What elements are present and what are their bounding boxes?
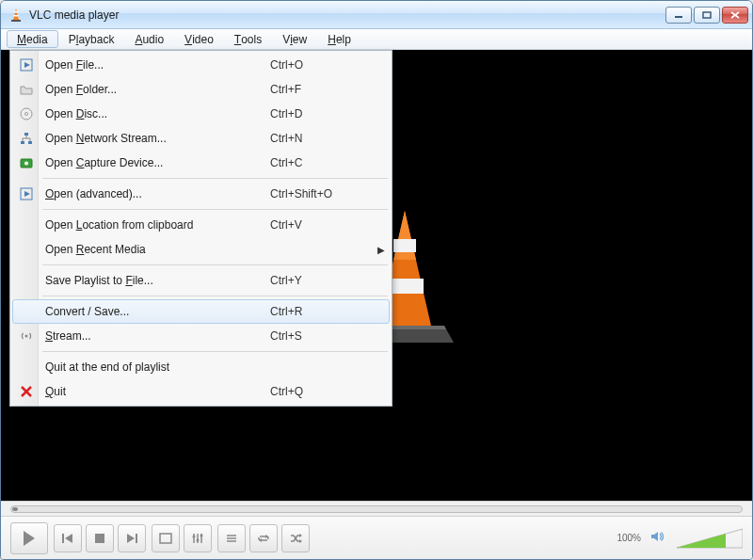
svg-rect-42 bbox=[21, 141, 24, 144]
menu-item-label: Open Disc... bbox=[40, 107, 270, 120]
titlebar: VLC media player bbox=[1, 1, 752, 29]
quit-icon bbox=[13, 386, 40, 397]
submenu-arrow-icon: ▶ bbox=[374, 245, 389, 255]
menu-item-accelerator: Ctrl+Shift+O bbox=[270, 187, 374, 200]
svg-point-52 bbox=[25, 335, 28, 338]
minimize-button[interactable] bbox=[665, 7, 692, 24]
svg-point-24 bbox=[193, 535, 196, 537]
menu-item-accelerator: Ctrl+R bbox=[270, 305, 374, 318]
menu-item-label: Open Capture Device... bbox=[40, 156, 270, 169]
app-cone-icon bbox=[8, 8, 24, 23]
menu-item-open-file[interactable]: Open File...Ctrl+O bbox=[12, 53, 390, 77]
menu-separator bbox=[42, 178, 388, 179]
menu-view[interactable]: View bbox=[272, 30, 317, 48]
menu-item-stream[interactable]: Stream...Ctrl+S bbox=[12, 324, 390, 348]
seek-bar bbox=[1, 501, 752, 516]
next-button[interactable] bbox=[118, 524, 146, 552]
menu-item-convert-save[interactable]: Convert / Save...Ctrl+R bbox=[12, 299, 390, 324]
app-window: VLC media player MediaPlaybackAudioVideo… bbox=[0, 0, 753, 560]
menu-item-open-disc[interactable]: Open Disc...Ctrl+D bbox=[12, 102, 390, 126]
menu-item-label: Open Recent Media bbox=[40, 243, 270, 256]
svg-marker-38 bbox=[24, 62, 30, 68]
menu-item-quit-at-the-end-of-playlist[interactable]: Quit at the end of playlist bbox=[12, 355, 390, 379]
menu-item-open-location-from-clipboard[interactable]: Open Location from clipboardCtrl+V bbox=[12, 213, 390, 237]
folder-icon bbox=[13, 84, 40, 95]
shuffle-button[interactable] bbox=[281, 524, 310, 552]
menu-item-label: Open Folder... bbox=[40, 83, 270, 96]
volume-slider[interactable] bbox=[677, 527, 743, 550]
svg-point-49 bbox=[24, 161, 28, 165]
menu-item-save-playlist-to-file[interactable]: Save Playlist to File...Ctrl+Y bbox=[12, 268, 390, 293]
menu-separator bbox=[42, 209, 388, 210]
svg-marker-34 bbox=[651, 532, 658, 541]
menu-item-open-folder[interactable]: Open Folder...Ctrl+F bbox=[12, 77, 390, 102]
close-button[interactable] bbox=[722, 7, 748, 24]
media-menu-dropdown: Open File...Ctrl+OOpen Folder...Ctrl+FOp… bbox=[9, 50, 393, 407]
menu-item-label: Open File... bbox=[40, 58, 270, 72]
menu-item-accelerator: Ctrl+O bbox=[270, 58, 374, 72]
menu-tools[interactable]: Tools bbox=[224, 30, 272, 48]
svg-rect-1 bbox=[14, 11, 18, 13]
speaker-icon[interactable] bbox=[650, 530, 665, 547]
svg-rect-10 bbox=[393, 239, 416, 252]
menu-item-label: Convert / Save... bbox=[40, 305, 270, 318]
menu-item-accelerator: Ctrl+V bbox=[270, 218, 374, 232]
disc-icon bbox=[13, 107, 40, 120]
svg-marker-51 bbox=[24, 191, 30, 197]
menu-item-label: Stream... bbox=[40, 329, 270, 343]
svg-point-25 bbox=[197, 538, 200, 541]
menu-item-quit[interactable]: QuitCtrl+Q bbox=[12, 379, 390, 404]
menu-item-accelerator: Ctrl+S bbox=[270, 329, 374, 343]
menu-item-label: Open Location from clipboard bbox=[40, 218, 270, 232]
menu-video[interactable]: Video bbox=[174, 30, 224, 48]
menu-item-accelerator: Ctrl+C bbox=[270, 156, 374, 169]
svg-marker-32 bbox=[299, 534, 302, 537]
svg-marker-9 bbox=[393, 211, 416, 260]
svg-marker-16 bbox=[65, 534, 72, 543]
svg-rect-3 bbox=[11, 20, 21, 22]
menu-playback[interactable]: Playback bbox=[58, 30, 125, 48]
menu-item-label: Quit bbox=[40, 385, 270, 398]
menu-separator bbox=[42, 296, 388, 296]
play-file-icon bbox=[13, 187, 40, 200]
previous-button[interactable] bbox=[54, 524, 82, 552]
network-icon bbox=[13, 132, 40, 145]
menu-media[interactable]: Media bbox=[7, 30, 58, 48]
menu-item-open-advanced[interactable]: Open (advanced)...Ctrl+Shift+O bbox=[12, 182, 390, 206]
menubar: MediaPlaybackAudioVideoToolsViewHelp bbox=[1, 29, 752, 50]
menu-item-accelerator: Ctrl+D bbox=[270, 107, 374, 120]
svg-marker-14 bbox=[24, 531, 35, 546]
svg-rect-5 bbox=[703, 12, 711, 18]
stop-button[interactable] bbox=[86, 524, 114, 552]
svg-rect-41 bbox=[24, 133, 28, 136]
menu-separator bbox=[42, 264, 388, 265]
menu-item-label: Open (advanced)... bbox=[40, 187, 270, 200]
menu-item-label: Open Network Stream... bbox=[40, 132, 270, 145]
menu-item-open-capture-device[interactable]: Open Capture Device...Ctrl+C bbox=[12, 151, 390, 175]
playlist-button[interactable] bbox=[217, 524, 246, 552]
menu-item-open-network-stream[interactable]: Open Network Stream...Ctrl+N bbox=[12, 126, 390, 151]
play-file-icon bbox=[13, 58, 40, 72]
svg-rect-20 bbox=[160, 534, 171, 543]
svg-rect-43 bbox=[28, 141, 32, 144]
menu-item-label: Quit at the end of playlist bbox=[40, 360, 270, 374]
window-controls bbox=[665, 7, 748, 24]
menu-item-label: Save Playlist to File... bbox=[40, 274, 270, 287]
play-button[interactable] bbox=[10, 522, 48, 554]
fullscreen-button[interactable] bbox=[152, 524, 180, 552]
svg-rect-15 bbox=[62, 534, 64, 543]
extended-settings-button[interactable] bbox=[184, 524, 212, 552]
menu-item-accelerator: Ctrl+N bbox=[270, 132, 374, 145]
svg-point-26 bbox=[200, 534, 203, 536]
svg-marker-33 bbox=[299, 539, 302, 543]
maximize-button[interactable] bbox=[694, 7, 720, 24]
window-title: VLC media player bbox=[29, 8, 665, 22]
menu-audio[interactable]: Audio bbox=[124, 30, 174, 48]
menu-item-open-recent-media[interactable]: Open Recent Media▶ bbox=[12, 237, 390, 262]
seek-track[interactable] bbox=[10, 505, 743, 513]
menu-help[interactable]: Help bbox=[317, 30, 361, 48]
svg-marker-0 bbox=[13, 8, 19, 20]
loop-button[interactable] bbox=[249, 524, 278, 552]
svg-marker-18 bbox=[127, 534, 135, 543]
capture-icon bbox=[13, 158, 40, 168]
